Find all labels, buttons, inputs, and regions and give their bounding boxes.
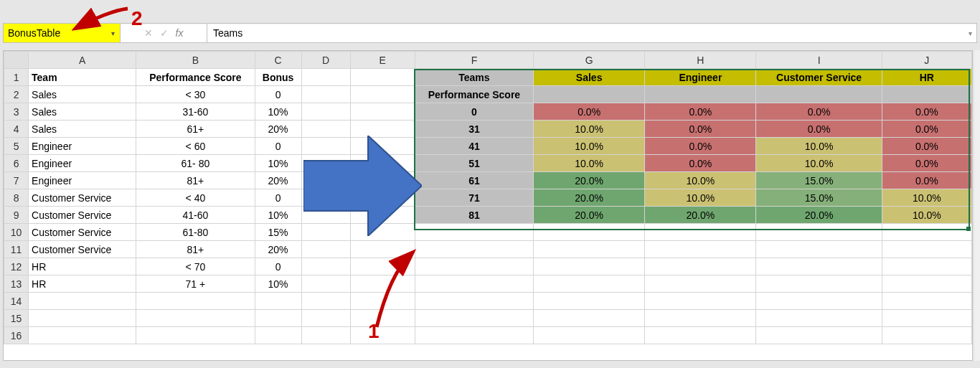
- cell-G4[interactable]: 10.0%: [534, 121, 645, 138]
- row-header-7[interactable]: 7: [4, 172, 29, 189]
- cell-J7[interactable]: 0.0%: [882, 172, 971, 189]
- cell-H4[interactable]: 0.0%: [645, 121, 756, 138]
- cell-B7[interactable]: 81+: [136, 172, 255, 189]
- cell-H15[interactable]: [645, 310, 756, 327]
- cell-J5[interactable]: 0.0%: [882, 138, 971, 155]
- cell-F14[interactable]: [415, 293, 533, 310]
- cell-D16[interactable]: [301, 327, 350, 344]
- row-header-15[interactable]: 15: [4, 310, 29, 327]
- formula-expand-icon[interactable]: ▾: [969, 29, 972, 37]
- cell-E7[interactable]: [350, 172, 415, 189]
- cell-E10[interactable]: [350, 224, 415, 241]
- cell-H5[interactable]: 0.0%: [645, 138, 756, 155]
- cell-D10[interactable]: [301, 224, 350, 241]
- row-header-12[interactable]: 12: [4, 258, 29, 275]
- cell-I7[interactable]: 15.0%: [756, 172, 882, 189]
- cell-B14[interactable]: [136, 293, 255, 310]
- cell-F13[interactable]: [415, 275, 533, 293]
- cell-B2[interactable]: < 30: [136, 86, 255, 103]
- cell-I13[interactable]: [756, 275, 882, 293]
- cell-B8[interactable]: < 40: [136, 189, 255, 207]
- row-header-8[interactable]: 8: [4, 189, 29, 207]
- row-header-13[interactable]: 13: [4, 275, 29, 293]
- cell-A2[interactable]: Sales: [29, 86, 136, 103]
- cell-F12[interactable]: [415, 258, 533, 275]
- column-header-A[interactable]: A: [29, 52, 136, 69]
- cell-E4[interactable]: [350, 121, 415, 138]
- cell-G1[interactable]: Sales: [534, 69, 645, 86]
- cell-B6[interactable]: 61- 80: [136, 155, 255, 172]
- cell-G9[interactable]: 20.0%: [534, 207, 645, 224]
- row-header-11[interactable]: 11: [4, 241, 29, 258]
- cell-B11[interactable]: 81+: [136, 241, 255, 258]
- cell-J12[interactable]: [882, 258, 971, 275]
- cell-B15[interactable]: [136, 310, 255, 327]
- cell-B16[interactable]: [136, 327, 255, 344]
- cell-I2[interactable]: [756, 86, 882, 103]
- cell-E9[interactable]: [350, 207, 415, 224]
- cell-B9[interactable]: 41-60: [136, 207, 255, 224]
- cell-I5[interactable]: 10.0%: [756, 138, 882, 155]
- cell-H14[interactable]: [645, 293, 756, 310]
- cell-G16[interactable]: [534, 327, 645, 344]
- cell-E13[interactable]: [350, 275, 415, 293]
- cell-B4[interactable]: 61+: [136, 121, 255, 138]
- cell-F6[interactable]: 51: [415, 155, 533, 172]
- cell-F8[interactable]: 71: [415, 189, 533, 207]
- cell-D1[interactable]: [301, 69, 350, 86]
- spreadsheet-grid[interactable]: ABCDEFGHIJ1TeamPerformance ScoreBonusTea…: [3, 50, 973, 361]
- cell-G7[interactable]: 20.0%: [534, 172, 645, 189]
- cell-A4[interactable]: Sales: [29, 121, 136, 138]
- cell-E1[interactable]: [350, 69, 415, 86]
- cell-J4[interactable]: 0.0%: [882, 121, 971, 138]
- cell-G13[interactable]: [534, 275, 645, 293]
- select-all-corner[interactable]: [4, 52, 29, 69]
- cell-F5[interactable]: 41: [415, 138, 533, 155]
- cell-J14[interactable]: [882, 293, 971, 310]
- row-header-16[interactable]: 16: [4, 327, 29, 344]
- cell-A12[interactable]: HR: [29, 258, 136, 275]
- column-header-E[interactable]: E: [350, 52, 415, 69]
- cell-C14[interactable]: [255, 293, 301, 310]
- cell-F9[interactable]: 81: [415, 207, 533, 224]
- cell-E8[interactable]: [350, 189, 415, 207]
- cell-D3[interactable]: [301, 103, 350, 121]
- cell-I16[interactable]: [756, 327, 882, 344]
- cell-I1[interactable]: Customer Service: [756, 69, 882, 86]
- cell-B10[interactable]: 61-80: [136, 224, 255, 241]
- cell-C6[interactable]: 10%: [255, 155, 301, 172]
- cell-H13[interactable]: [645, 275, 756, 293]
- cell-C4[interactable]: 20%: [255, 121, 301, 138]
- cell-E15[interactable]: [350, 310, 415, 327]
- cell-F7[interactable]: 61: [415, 172, 533, 189]
- cell-A13[interactable]: HR: [29, 275, 136, 293]
- cell-H12[interactable]: [645, 258, 756, 275]
- row-header-3[interactable]: 3: [4, 103, 29, 121]
- column-header-B[interactable]: B: [136, 52, 255, 69]
- cell-D12[interactable]: [301, 258, 350, 275]
- cell-A5[interactable]: Engineer: [29, 138, 136, 155]
- row-header-6[interactable]: 6: [4, 155, 29, 172]
- cell-F3[interactable]: 0: [415, 103, 533, 121]
- cell-I4[interactable]: 0.0%: [756, 121, 882, 138]
- cell-E11[interactable]: [350, 241, 415, 258]
- cell-I9[interactable]: 20.0%: [756, 207, 882, 224]
- cell-E5[interactable]: [350, 138, 415, 155]
- cell-F11[interactable]: [415, 241, 533, 258]
- cell-A3[interactable]: Sales: [29, 103, 136, 121]
- cell-A16[interactable]: [29, 327, 136, 344]
- cell-H16[interactable]: [645, 327, 756, 344]
- cell-A7[interactable]: Engineer: [29, 172, 136, 189]
- cell-D15[interactable]: [301, 310, 350, 327]
- cell-H7[interactable]: 10.0%: [645, 172, 756, 189]
- cell-G15[interactable]: [534, 310, 645, 327]
- cancel-icon[interactable]: ✕: [144, 27, 153, 39]
- cell-B5[interactable]: < 60: [136, 138, 255, 155]
- cell-H3[interactable]: 0.0%: [645, 103, 756, 121]
- cell-B13[interactable]: 71 +: [136, 275, 255, 293]
- enter-icon[interactable]: ✓: [160, 27, 169, 39]
- cell-A14[interactable]: [29, 293, 136, 310]
- fx-icon[interactable]: fx: [176, 27, 184, 39]
- formula-input[interactable]: Teams ▾: [207, 24, 976, 42]
- cell-I14[interactable]: [756, 293, 882, 310]
